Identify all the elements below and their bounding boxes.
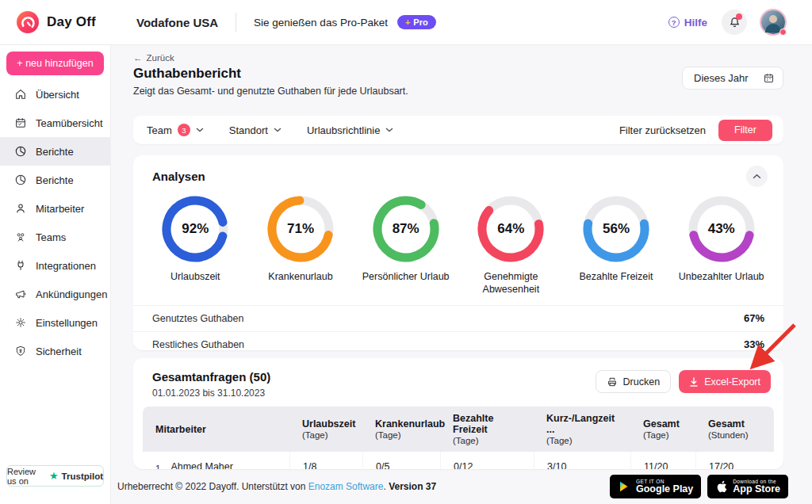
col-gesamt-stunden: Gesamt [708, 418, 761, 430]
location-filter-label: Standort [229, 124, 268, 136]
employee-name: Ahmed Maher [170, 461, 233, 469]
excel-export-button[interactable]: Excel-Export [679, 370, 771, 393]
print-button[interactable]: Drucken [596, 370, 672, 393]
sidebar-item-label: Berichte [36, 146, 74, 158]
top-bar: Day Off Vodafone USA Sie genießen das Pr… [0, 0, 812, 45]
home-icon [14, 88, 27, 101]
sidebar-item-einstellungen[interactable]: Einstellungen [0, 308, 110, 337]
col-bezahlte-freizeit: Bezahlte Freizeit [453, 413, 527, 435]
sidebar-item-berichte[interactable]: Berichte [0, 166, 110, 194]
col-mitarbeiter: Mitarbeiter [155, 424, 283, 435]
cell-gesamt-tage: 11/20 [630, 452, 695, 469]
sidebar-item-label: Berichte [36, 174, 74, 186]
calendar-icon [14, 116, 27, 129]
row-index: 1 [155, 461, 160, 469]
excel-export-label: Excel-Export [704, 376, 760, 388]
col-krankenurlaub: Krankenurlaub [375, 418, 434, 430]
day-off-dashboard: Day Off Vodafone USA Sie genießen das Pr… [0, 0, 812, 504]
main-content: ← Zurück Guthabenbericht Zeigt das Gesam… [111, 45, 812, 504]
filter-reset-link[interactable]: Filter zurücksetzen [619, 124, 706, 136]
donut-unbezahlter-urlaub: 43% Unbezahlter Urlaub [668, 195, 774, 296]
gear-icon [14, 316, 27, 329]
team-count-badge: 3 [178, 124, 190, 136]
requests-table: Mitarbeiter Urlaubszeit(Tage) Krankenurl… [143, 407, 774, 469]
col-urlaubszeit: Urlaubszeit [302, 418, 356, 430]
back-link[interactable]: ← Zurück [133, 53, 812, 63]
donut-label: Unbezahlter Urlaub [679, 270, 764, 283]
notification-dot [736, 13, 742, 20]
version-label: Version 37 [389, 481, 436, 492]
sidebar-item-label: Teams [36, 231, 66, 243]
date-range-label: Dieses Jahr [694, 72, 749, 84]
help-button[interactable]: ? Hilfe [668, 17, 707, 29]
google-play-badge[interactable]: GET IT ON Google Play [610, 475, 701, 498]
pro-plan-banner: Sie genießen das Pro-Paket + Pro [254, 15, 436, 29]
col-kurz-langzeit: Kurz-/Langzeit ... [546, 413, 624, 435]
apple-icon [715, 479, 727, 494]
app-name: Day Off [47, 14, 96, 30]
col-unit: (Tage) [453, 436, 527, 445]
trustpilot-review-badge[interactable]: Review us on ★ Trustpilot [6, 465, 104, 487]
company-name: Vodafone USA [136, 16, 218, 29]
collapse-button[interactable] [746, 166, 768, 187]
sidebar-item-integrationen[interactable]: Integrationen [0, 251, 110, 280]
sidebar: + neu hinzufügen Übersicht Teamübersicht… [0, 45, 111, 504]
app-store-badge[interactable]: Download on the App Store [707, 475, 788, 498]
filter-bar: Team 3 Standort Urlaubsrichtlinie Filter… [133, 116, 783, 144]
date-range-button[interactable]: Dieses Jahr [682, 67, 783, 90]
user-avatar[interactable] [761, 10, 785, 34]
sidebar-item-label: Sicherheit [36, 346, 82, 357]
back-arrow-icon: ← [133, 53, 143, 63]
donut-label: Bezahlte Freizeit [579, 270, 653, 283]
sidebar-item-ankuendigungen[interactable]: Ankündigungen [0, 280, 110, 308]
table-row[interactable]: 1 Ahmed Maher 1/8 0/5 0/12 3/10 11/20 17… [143, 452, 774, 469]
sidebar-item-teamuebersicht[interactable]: Teamübersicht [0, 109, 110, 137]
location-filter-dropdown[interactable]: Standort [229, 124, 282, 136]
copyright-text: Urheberrecht © 2022 Dayoff. Unterstützt … [117, 481, 436, 492]
sidebar-item-label: Ankündigungen [36, 288, 107, 300]
sidebar-item-label: Mitarbeiter [36, 203, 84, 215]
add-new-button[interactable]: + neu hinzufügen [6, 52, 104, 75]
chevron-down-icon [196, 128, 204, 132]
used-credit-value: 67% [744, 312, 764, 324]
team-filter-label: Team [147, 124, 172, 136]
pie-chart-icon [14, 145, 27, 158]
avatar-status-dot [779, 29, 787, 36]
policy-filter-dropdown[interactable]: Urlaubsrichtlinie [307, 124, 393, 136]
col-unit: (Tage) [375, 430, 434, 440]
megaphone-icon [14, 288, 27, 300]
chevron-down-icon [274, 128, 282, 132]
col-unit: (Stunden) [708, 430, 761, 440]
shield-icon [14, 345, 27, 357]
donut-label: Genehmigte Abwesenheit [460, 270, 561, 296]
sidebar-item-berichte-active[interactable]: Berichte [0, 137, 110, 166]
pro-badge: + Pro [397, 15, 436, 29]
team-filter-dropdown[interactable]: Team 3 [147, 124, 204, 136]
pie-chart-icon [14, 174, 27, 186]
filter-apply-button[interactable]: Filter [718, 120, 772, 141]
sidebar-item-label: Übersicht [36, 89, 79, 101]
donut-value: 43% [688, 195, 756, 263]
copyright-prefix: Urheberrecht © 2022 Dayoff. Unterstützt … [117, 481, 305, 492]
col-unit: (Tage) [302, 430, 356, 440]
trustpilot-prefix: Review us on [7, 467, 46, 486]
notifications-button[interactable] [722, 10, 747, 35]
sidebar-item-teams[interactable]: Teams [0, 223, 110, 251]
sidebar-item-mitarbeiter[interactable]: Mitarbeiter [0, 194, 110, 223]
print-label: Drucken [623, 376, 661, 388]
donut-charts-row: 92% Urlaubszeit 71% Krankenurlaub 87% Pe… [133, 187, 783, 296]
enozam-link[interactable]: Enozam Software [308, 481, 384, 492]
cell-krankenurlaub: 0/5 [362, 452, 440, 469]
people-icon [14, 231, 27, 243]
table-header-row: Mitarbeiter Urlaubszeit(Tage) Krankenurl… [143, 407, 774, 452]
header-actions: ? Hilfe [668, 10, 812, 35]
store-badge-name: Google Play [636, 484, 693, 495]
app-logo[interactable]: Day Off [0, 10, 119, 34]
donut-urlaubszeit: 92% Urlaubszeit [143, 195, 248, 296]
col-unit: (Tage) [546, 436, 624, 445]
cell-kurz-langzeit: 3/10 [534, 452, 630, 469]
sidebar-item-uebersicht[interactable]: Übersicht [0, 80, 110, 109]
sidebar-item-sicherheit[interactable]: Sicherheit [0, 337, 110, 365]
policy-filter-label: Urlaubsrichtlinie [307, 124, 380, 136]
calendar-icon [763, 72, 775, 84]
